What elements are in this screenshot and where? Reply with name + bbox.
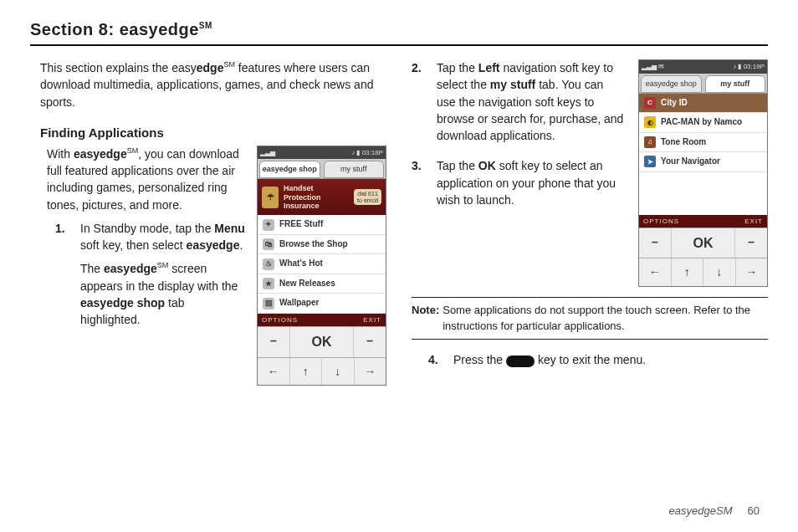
flame-icon: ♨ [263, 258, 274, 270]
s1l2d: easyedge shop [80, 296, 165, 309]
intro-b: edge [197, 61, 224, 74]
phone1-item-free-label: FREE Stuff [279, 218, 323, 231]
phone2-okrow: – OK – [639, 228, 767, 258]
phone1-banner-title: Handset Protection Insurance [284, 184, 349, 210]
footer-label: easyedgeSM [669, 504, 733, 517]
step-2-number: 2. [412, 59, 428, 151]
phone2-list: CCity ID ◐PAC-MAN by Namco ♫Tone Room ➤Y… [639, 94, 767, 215]
step-3-number: 3. [412, 157, 428, 215]
phone2-key-minus-r[interactable]: – [735, 228, 767, 258]
music-icon: ♪ [351, 149, 355, 156]
phone1-item-hot-label: What's Hot [279, 258, 323, 270]
phone2-tab-mystuff[interactable]: my stuff [705, 75, 766, 93]
with-paragraph: With easyedgeSM, you can download full f… [30, 146, 245, 213]
right-column: 2. Tap the Left navigation soft key to s… [412, 59, 768, 386]
phone1-key-minus-l[interactable]: – [258, 327, 290, 356]
step-2: 2. Tap the Left navigation soft key to s… [412, 59, 625, 151]
phone1-item-hot[interactable]: ♨What's Hot [258, 254, 386, 274]
phone1-item-browse[interactable]: 🛍Browse the Shop [258, 235, 386, 255]
phone2-key-up[interactable]: ↑ [672, 258, 704, 285]
phone2-softbar: OPTIONS EXIT [639, 215, 767, 228]
phone2-item-cityid[interactable]: CCity ID [639, 94, 767, 114]
phone1-tab-mystuff[interactable]: my stuff [324, 161, 385, 178]
s4a: Press the [453, 353, 506, 366]
s1l2sup: SM [157, 262, 169, 270]
phone1-banner[interactable]: ☂ Handset Protection Insurance dial 611 … [258, 179, 386, 215]
s1d: easyedge [187, 238, 240, 252]
star-icon: ★ [263, 278, 274, 289]
phone1-key-right[interactable]: → [355, 358, 386, 385]
intro-a: This section explains the easy [40, 61, 197, 74]
with-b: easyedge [74, 147, 127, 161]
step-2-body: Tap the Left navigation soft key to sele… [437, 59, 625, 151]
phone2-key-down[interactable]: ↓ [703, 258, 736, 285]
phone2-time: 03:19P [744, 63, 765, 70]
finding-applications-heading: Finding Applications [30, 124, 386, 142]
phone1-key-left[interactable]: ← [258, 358, 290, 385]
phone1-item-new[interactable]: ★New Releases [258, 274, 386, 294]
phone1-key-down[interactable]: ↓ [322, 358, 355, 385]
note-label: Note: [412, 303, 439, 335]
s1l2b: easyedge [104, 262, 157, 275]
phone1-softbar: OPTIONS EXIT [258, 314, 386, 327]
phone1-tabs: easyedge shop my stuff [258, 159, 386, 179]
signal-icon: ▂▃▅ ✉ [642, 62, 664, 72]
step-1-number: 1. [55, 220, 72, 335]
right-steps: 2. Tap the Left navigation soft key to s… [412, 59, 625, 287]
section-title: Section 8: easyedgeSM [30, 20, 768, 39]
insurance-icon: ☂ [262, 187, 279, 208]
end-key-icon [506, 356, 535, 367]
phone1-soft-left[interactable]: OPTIONS [262, 315, 298, 325]
phone1-item-new-label: New Releases [279, 278, 335, 290]
step-3-body: Tap the OK soft key to select an applica… [437, 157, 625, 215]
phone2-item-toneroom[interactable]: ♫Tone Room [639, 133, 767, 153]
phone1-item-wallpaper[interactable]: ▨Wallpaper [258, 294, 386, 314]
s3b: OK [478, 159, 496, 172]
phone2-soft-left[interactable]: OPTIONS [643, 217, 679, 227]
phone1-key-minus-r[interactable]: – [354, 327, 386, 356]
phone2-soft-right[interactable]: EXIT [744, 217, 763, 227]
phone2-key-ok[interactable]: OK [672, 228, 736, 258]
s1b: Menu [214, 222, 245, 235]
phone1-item-browse-label: Browse the Shop [279, 238, 348, 251]
s2a: Tap the [437, 61, 478, 74]
s2d: my stuff [490, 78, 535, 91]
phone1-statusbar: ▂▃▅ ♪ ▮ 03:18P [258, 146, 386, 160]
phone1-key-ok[interactable]: OK [290, 327, 355, 356]
step-3: 3. Tap the OK soft key to select an appl… [412, 157, 625, 215]
phone2-key-left[interactable]: ← [639, 258, 672, 285]
s1a: In Standby mode, tap the [80, 222, 214, 235]
phone2-tab-shop[interactable]: easyedge shop [641, 75, 702, 93]
image-icon: ▨ [263, 298, 274, 309]
left-text-block: With easyedgeSM, you can download full f… [30, 146, 245, 386]
step-1: 1. In Standby mode, tap the Menu soft ke… [30, 220, 245, 335]
two-column-layout: This section explains the easyedgeSM fea… [30, 59, 768, 386]
phone2-arrowrow: ← ↑ ↓ → [639, 258, 767, 285]
cart-icon: 🛍 [263, 238, 274, 250]
phone-screenshot-mystuff: ▂▃▅ ✉ ♪ ▮ 03:19P easyedge shop my stuff … [638, 59, 768, 287]
with-a: With [47, 147, 74, 161]
section-prefix: Section 8: easy [30, 20, 158, 38]
music-icon: ♪ [733, 63, 736, 70]
gift-icon: ✦ [263, 219, 274, 231]
page-footer: easyedgeSM 60 [669, 504, 760, 517]
phone1-key-up[interactable]: ↑ [290, 358, 323, 385]
s1l2a: The [80, 262, 104, 275]
step-1-body: In Standby mode, tap the Menu soft key, … [80, 220, 245, 335]
phone2-item-navigator[interactable]: ➤Your Navigator [639, 152, 767, 172]
phone1-soft-right[interactable]: EXIT [363, 315, 381, 325]
section-sup: SM [199, 21, 212, 30]
s4b: key to exit the menu. [535, 353, 646, 366]
phone2-item-pacman[interactable]: ◐PAC-MAN by Namco [639, 113, 767, 133]
phone-screenshot-shop: ▂▃▅ ♪ ▮ 03:18P easyedge shop my stuff ☂ … [257, 146, 386, 386]
toneroom-icon: ♫ [644, 136, 656, 148]
phone1-item-free[interactable]: ✦FREE Stuff [258, 215, 386, 235]
phone2-item-toneroom-label: Tone Room [661, 136, 706, 149]
phone1-banner-button[interactable]: dial 611 to enroll [354, 189, 381, 205]
phone2-key-minus-l[interactable]: – [639, 228, 672, 258]
phone2-key-right[interactable]: → [736, 258, 768, 285]
banner-btn-l1: dial 611 [357, 191, 378, 197]
phone1-tab-shop[interactable]: easyedge shop [259, 161, 320, 178]
left-column: This section explains the easyedgeSM fea… [30, 59, 386, 386]
s1e: . [239, 238, 243, 252]
